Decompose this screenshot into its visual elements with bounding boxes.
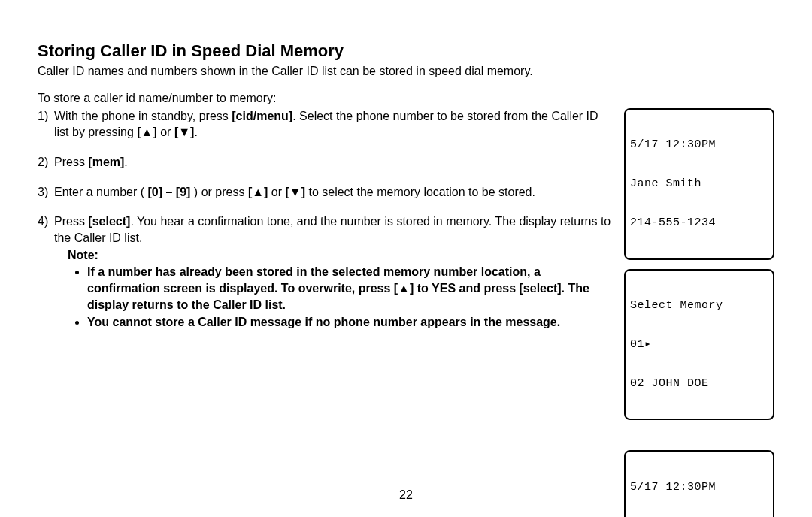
text: Press xyxy=(54,156,88,168)
lcd-line: Select Memory xyxy=(630,299,768,312)
text: to select the memory location to be stor… xyxy=(305,186,535,198)
step-2: 2) Press [mem]. xyxy=(38,154,615,171)
step-body: Enter a number ( [0] – [9] ) or press [▲… xyxy=(54,184,615,201)
key-select: [select] xyxy=(88,215,130,228)
key-9: [9] xyxy=(176,186,191,198)
lcd-screen-select-memory: Select Memory 01▸ 02 JOHN DOE xyxy=(624,269,774,421)
down-arrow-key: [▼] xyxy=(286,186,306,198)
step-number: 4) xyxy=(38,213,54,246)
text: Press xyxy=(54,215,88,228)
step-4: 4) Press [select]. You hear a confirmati… xyxy=(38,213,615,246)
step-number: 1) xyxy=(38,108,54,141)
up-arrow-key: [▲] xyxy=(394,282,414,295)
text: or xyxy=(268,186,285,198)
text: With the phone in standby, press xyxy=(54,110,232,122)
lcd-line: 214-555-1234 xyxy=(630,216,768,229)
note-item-1: If a number has already been stored in t… xyxy=(87,264,615,313)
up-arrow-key: [▲] xyxy=(137,125,157,138)
up-arrow-key: [▲] xyxy=(248,186,268,198)
page-title: Storing Caller ID in Speed Dial Memory xyxy=(38,41,774,61)
text: – xyxy=(162,186,176,198)
step-3: 3) Enter a number ( [0] – [9] ) or press… xyxy=(38,184,615,201)
step-number: 2) xyxy=(38,154,54,171)
lcd-screen-callerid-1: 5/17 12:30PM Jane Smith 214-555-1234 xyxy=(624,108,774,260)
steps-list: 1) With the phone in standby, press [cid… xyxy=(38,108,615,246)
down-arrow-key: [▼] xyxy=(174,125,195,138)
text: ) or press xyxy=(190,186,247,198)
key-0: [0] xyxy=(148,186,163,198)
text: . xyxy=(194,125,197,138)
lcd-line: 02 JOHN DOE xyxy=(630,377,768,390)
sub-intro-text: To store a caller id name/number to memo… xyxy=(38,92,774,105)
lcd-screen-callerid-2: 5/17 12:30PM Jane Smith 214-555-1234 xyxy=(624,450,774,517)
step-body: Press [select]. You hear a confirmation … xyxy=(54,213,615,246)
note-list: If a number has already been stored in t… xyxy=(68,264,615,330)
lcd-line: 01▸ xyxy=(630,338,768,351)
page-number: 22 xyxy=(0,488,812,502)
text: . You hear a confirmation tone, and the … xyxy=(54,215,611,244)
lcd-line: 5/17 12:30PM xyxy=(630,138,768,151)
step-number: 3) xyxy=(38,184,54,201)
intro-text: Caller ID names and numbers shown in the… xyxy=(38,64,774,80)
step-body: With the phone in standby, press [cid/me… xyxy=(54,108,615,141)
step-body: Press [mem]. xyxy=(54,154,615,171)
note-label: Note: xyxy=(68,249,615,262)
key-mem: [mem] xyxy=(88,156,124,168)
note-item-2: You cannot store a Caller ID message if … xyxy=(87,314,615,331)
lcd-screens-column: 5/17 12:30PM Jane Smith 214-555-1234 Sel… xyxy=(624,108,774,517)
step-1: 1) With the phone in standby, press [cid… xyxy=(38,108,615,141)
text: Enter a number ( xyxy=(54,186,148,198)
key-cid-menu: [cid/menu] xyxy=(232,110,292,122)
text: or xyxy=(157,125,174,138)
text: . xyxy=(124,156,127,168)
lcd-line: Jane Smith xyxy=(630,177,768,190)
